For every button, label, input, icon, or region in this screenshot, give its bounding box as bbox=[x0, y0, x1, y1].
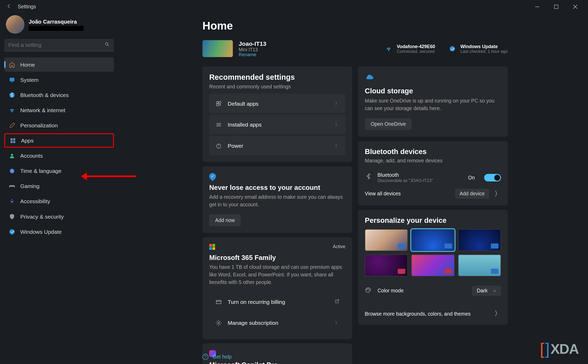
billing-row[interactable]: Turn on recurring billing bbox=[209, 292, 345, 311]
card-title: Bluetooth devices bbox=[365, 148, 501, 156]
active-badge: Active bbox=[333, 244, 345, 249]
card-desc: You have 1 TB of cloud storage and can u… bbox=[209, 263, 345, 286]
svg-point-13 bbox=[450, 46, 455, 51]
theme-option-4[interactable] bbox=[365, 254, 408, 276]
sidebar: João Carrasqueira Home System Bluetooth … bbox=[0, 14, 118, 240]
rename-link[interactable]: Rename bbox=[239, 52, 266, 57]
browse-more-row[interactable]: Browse more backgrounds, colors, and the… bbox=[365, 303, 501, 318]
wifi-icon bbox=[385, 45, 392, 52]
svg-rect-16 bbox=[216, 104, 218, 105]
nav-system[interactable]: System bbox=[4, 72, 114, 87]
open-onedrive-button[interactable]: Open OneDrive bbox=[365, 118, 412, 130]
bluetooth-toggle[interactable] bbox=[484, 174, 501, 181]
row-label: Turn on recurring billing bbox=[228, 298, 329, 305]
accounts-icon bbox=[8, 152, 15, 159]
browse-label: Browse more backgrounds, colors, and the… bbox=[365, 311, 471, 317]
color-mode-select[interactable]: Dark bbox=[472, 286, 501, 296]
nav-accessibility[interactable]: Accessibility bbox=[4, 194, 114, 208]
default-apps-row[interactable]: Default apps 〉 bbox=[209, 94, 345, 113]
bluetooth-icon bbox=[8, 92, 15, 98]
page-title: Home bbox=[202, 19, 508, 32]
nav-label: Bluetooth & devices bbox=[20, 92, 68, 98]
theme-option-1[interactable] bbox=[365, 229, 408, 251]
help-label: Get help bbox=[213, 354, 232, 360]
power-row[interactable]: Power 〉 bbox=[209, 136, 345, 155]
wifi-status[interactable]: Vodafone-429E60 Connected, secured bbox=[385, 44, 435, 53]
theme-option-5[interactable] bbox=[411, 254, 454, 276]
card-desc: Make sure OneDrive is up and running on … bbox=[365, 97, 501, 112]
personalize-card: Personalize your device Color mode Dark … bbox=[358, 210, 508, 325]
toggle-state: On bbox=[468, 174, 475, 180]
device-header: Joao-IT13 Mini IT13 Rename Vodafone-429E… bbox=[202, 40, 508, 57]
nav-label: Personalization bbox=[20, 122, 58, 128]
svg-point-19 bbox=[218, 322, 219, 323]
microsoft-logo-icon bbox=[209, 244, 215, 250]
back-button[interactable] bbox=[3, 3, 14, 10]
xda-watermark: []XDA bbox=[540, 340, 579, 358]
search-input[interactable] bbox=[8, 42, 105, 48]
nav-privacy[interactable]: Privacy & security bbox=[4, 209, 114, 224]
profile-name: João Carrasqueira bbox=[29, 18, 84, 25]
theme-option-2[interactable] bbox=[411, 229, 454, 251]
avatar bbox=[6, 15, 25, 34]
row-label: Default apps bbox=[228, 100, 329, 106]
svg-rect-18 bbox=[216, 300, 221, 303]
search-icon bbox=[105, 42, 110, 48]
installed-apps-icon bbox=[215, 121, 222, 128]
add-now-button[interactable]: Add now bbox=[209, 214, 241, 226]
device-name: Joao-IT13 bbox=[239, 40, 266, 47]
bt-sub: Discoverable as "JOAO-IT13" bbox=[378, 178, 462, 183]
nav-home[interactable]: Home bbox=[4, 57, 114, 72]
update-status[interactable]: Windows Update Last checked: 1 hour ago bbox=[449, 44, 508, 53]
svg-rect-2 bbox=[9, 78, 14, 81]
device-model: Mini IT13 bbox=[239, 47, 266, 52]
profile-block[interactable]: João Carrasqueira bbox=[4, 14, 114, 37]
svg-rect-7 bbox=[10, 141, 12, 143]
chevron-right-icon: 〉 bbox=[335, 142, 340, 149]
home-icon bbox=[8, 61, 15, 68]
get-help-link[interactable]: ? Get help bbox=[202, 354, 232, 360]
chevron-right-icon[interactable]: 〉 bbox=[494, 189, 501, 198]
nav-update[interactable]: Windows Update bbox=[4, 224, 114, 239]
privacy-icon bbox=[8, 213, 15, 220]
manage-subscription-row[interactable]: Manage subscription 〉 bbox=[209, 313, 345, 332]
svg-point-21 bbox=[368, 288, 368, 289]
nav-personalization[interactable]: Personalization bbox=[4, 118, 114, 133]
card-title: Microsoft Copilot Pro bbox=[209, 361, 345, 364]
row-label: Installed apps bbox=[228, 121, 329, 128]
theme-grid bbox=[365, 229, 501, 276]
nav-time[interactable]: Time & language bbox=[4, 164, 114, 178]
card-title: Cloud storage bbox=[365, 87, 501, 95]
view-all-link[interactable]: View all devices bbox=[365, 191, 401, 197]
search-box[interactable] bbox=[4, 39, 114, 51]
window-title: Settings bbox=[18, 4, 528, 10]
nav-bluetooth[interactable]: Bluetooth & devices bbox=[4, 88, 114, 102]
update-icon bbox=[8, 228, 15, 235]
nav-accounts[interactable]: Accounts bbox=[4, 149, 114, 163]
accessibility-icon bbox=[8, 198, 15, 204]
theme-option-3[interactable] bbox=[458, 229, 501, 251]
gear-icon bbox=[215, 320, 222, 326]
help-icon: ? bbox=[202, 354, 208, 360]
cloud-icon bbox=[365, 73, 374, 84]
installed-apps-row[interactable]: Installed apps 〉 bbox=[209, 115, 345, 134]
nav-label: Accessibility bbox=[20, 198, 50, 204]
minimize-button[interactable] bbox=[528, 1, 547, 13]
time-icon bbox=[8, 167, 15, 174]
svg-rect-6 bbox=[13, 138, 15, 140]
maximize-button[interactable] bbox=[546, 1, 566, 13]
bluetooth-card: Bluetooth devices Manage, add, and remov… bbox=[358, 141, 508, 206]
update-icon bbox=[449, 45, 456, 52]
theme-option-6[interactable] bbox=[458, 254, 501, 276]
svg-point-20 bbox=[367, 289, 367, 289]
nav-gaming[interactable]: Gaming bbox=[4, 179, 114, 193]
add-device-button[interactable]: Add device bbox=[455, 189, 489, 199]
close-button[interactable] bbox=[566, 1, 585, 13]
titlebar: Settings bbox=[0, 0, 588, 14]
svg-point-1 bbox=[105, 43, 108, 45]
nav-apps[interactable]: Apps bbox=[4, 133, 114, 148]
network-icon bbox=[8, 107, 15, 113]
nav-label: Home bbox=[20, 61, 35, 68]
device-thumbnail[interactable] bbox=[202, 40, 233, 57]
nav-network[interactable]: Network & internet bbox=[4, 103, 114, 117]
